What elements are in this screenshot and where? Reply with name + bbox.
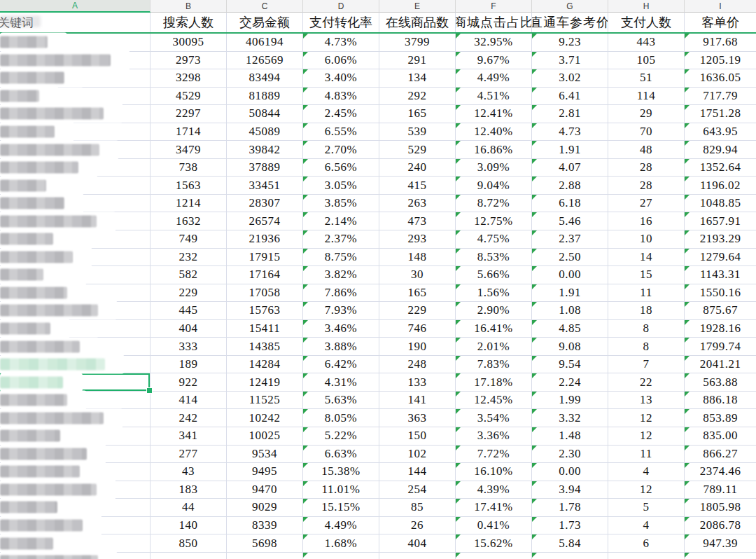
table-cell[interactable]: 277 (150, 446, 227, 464)
table-cell[interactable]: 1.91 (532, 284, 608, 303)
table-cell[interactable]: 254 (379, 481, 456, 499)
table-cell[interactable]: 1196.02 (685, 177, 756, 195)
table-cell[interactable]: 749 (150, 230, 227, 249)
table-cell[interactable]: 2.37% (303, 230, 379, 249)
table-cell[interactable]: 26574 (227, 212, 303, 230)
table-cell[interactable]: 28 (608, 159, 685, 177)
table-cell[interactable]: 48 (608, 141, 685, 159)
table-cell[interactable]: 1143.31 (685, 266, 756, 284)
table-cell[interactable]: 5 (608, 499, 685, 517)
keyword-cell[interactable] (0, 123, 150, 142)
table-cell[interactable]: 1632 (150, 212, 227, 230)
table-cell[interactable]: 4.83% (303, 88, 379, 106)
table-cell[interactable]: 1214 (150, 195, 227, 213)
table-cell[interactable]: 9029 (227, 499, 303, 517)
table-cell[interactable]: 1.73 (532, 517, 608, 535)
table-cell[interactable]: 29 (608, 105, 685, 123)
table-cell[interactable]: 1205.19 (685, 52, 756, 70)
table-cell[interactable]: 28307 (227, 195, 303, 213)
table-cell[interactable]: 582 (150, 266, 227, 284)
keyword-cell[interactable] (0, 52, 150, 70)
table-cell[interactable]: 6.42% (303, 356, 379, 374)
table-cell[interactable]: 9495 (227, 463, 303, 481)
keyword-cell[interactable] (0, 356, 150, 374)
keyword-cell[interactable] (0, 88, 150, 106)
keyword-cell[interactable] (0, 141, 150, 159)
table-cell[interactable]: 134 (379, 69, 456, 88)
table-cell[interactable]: 105 (608, 52, 685, 70)
table-cell[interactable]: 6.63% (303, 446, 379, 464)
table-cell[interactable]: 4.51% (456, 88, 532, 106)
table-cell[interactable]: 16.41% (456, 320, 532, 338)
table-cell[interactable]: 144 (379, 463, 456, 481)
table-cell[interactable]: 2.37 (532, 230, 608, 249)
table-cell[interactable]: 2086.78 (685, 517, 756, 535)
keyword-cell[interactable] (0, 409, 150, 427)
table-cell[interactable]: 404 (150, 320, 227, 338)
table-cell[interactable]: 9.67% (456, 52, 532, 70)
table-cell[interactable]: 1048.85 (685, 195, 756, 213)
table-cell[interactable]: 4529 (150, 88, 227, 106)
table-cell[interactable]: 947.39 (685, 534, 756, 553)
table-cell[interactable]: 30095 (150, 34, 227, 52)
table-cell[interactable]: 3298 (150, 69, 227, 88)
table-cell[interactable]: 2.50 (532, 249, 608, 267)
header-cell-pay-conversion[interactable]: 支付转化率 (303, 13, 379, 32)
table-cell[interactable]: 240 (379, 159, 456, 177)
keyword-cell[interactable] (0, 105, 150, 123)
table-cell[interactable]: 232 (150, 249, 227, 267)
table-cell[interactable]: 8 (608, 320, 685, 338)
table-cell[interactable]: 415 (379, 177, 456, 195)
table-cell[interactable]: 746 (379, 320, 456, 338)
table-cell[interactable]: 9.08 (532, 338, 608, 356)
table-cell[interactable]: 12 (608, 409, 685, 427)
table-cell[interactable]: 6.56% (303, 159, 379, 177)
table-cell[interactable] (532, 553, 608, 559)
keyword-cell[interactable] (0, 284, 150, 303)
table-cell[interactable]: 15.15% (303, 499, 379, 517)
table-cell[interactable]: 140 (150, 517, 227, 535)
table-cell[interactable]: 1352.64 (685, 159, 756, 177)
table-cell[interactable]: 4.73 (532, 123, 608, 142)
table-cell[interactable]: 3.71 (532, 52, 608, 70)
table-cell[interactable]: 445 (150, 302, 227, 320)
keyword-cell[interactable] (0, 266, 150, 284)
table-cell[interactable]: 148 (379, 249, 456, 267)
keyword-cell[interactable] (0, 212, 150, 230)
table-cell[interactable]: 4.75% (456, 230, 532, 249)
table-cell[interactable]: 1279.64 (685, 249, 756, 267)
keyword-cell[interactable] (0, 302, 150, 320)
table-cell[interactable]: 6 (608, 534, 685, 553)
table-cell[interactable]: 1799.74 (685, 338, 756, 356)
table-cell[interactable]: 829.94 (685, 141, 756, 159)
table-cell[interactable]: 2.14% (303, 212, 379, 230)
table-cell[interactable]: 789.11 (685, 481, 756, 499)
table-cell[interactable]: 2.90% (456, 302, 532, 320)
table-cell[interactable]: 3.40% (303, 69, 379, 88)
table-cell[interactable]: 2.01% (456, 338, 532, 356)
fill-handle[interactable] (146, 387, 153, 394)
table-cell[interactable]: 5.84 (532, 534, 608, 553)
keyword-cell[interactable] (0, 481, 150, 499)
table-cell[interactable]: 3.09% (456, 159, 532, 177)
table-cell[interactable] (608, 553, 685, 559)
table-cell[interactable]: 10025 (227, 427, 303, 446)
table-cell[interactable]: 2041.21 (685, 356, 756, 374)
table-cell[interactable]: 363 (379, 409, 456, 427)
keyword-cell[interactable] (0, 159, 150, 177)
table-cell[interactable]: 3.32 (532, 409, 608, 427)
column-header-A[interactable]: A (0, 0, 150, 13)
header-cell-pay-users[interactable]: 支付人数 (608, 13, 685, 32)
header-cell-transaction-amount[interactable]: 交易金额 (227, 13, 303, 32)
column-header-F[interactable]: F (456, 0, 532, 13)
keyword-cell[interactable] (0, 230, 150, 249)
table-cell[interactable]: 3.05% (303, 177, 379, 195)
keyword-cell[interactable] (0, 34, 150, 52)
header-cell-keywords[interactable]: 关键词 (0, 13, 150, 32)
table-cell[interactable]: 8.72% (456, 195, 532, 213)
keyword-cell[interactable] (0, 534, 150, 553)
keyword-cell[interactable] (0, 249, 150, 267)
keyword-cell[interactable] (0, 392, 150, 410)
table-cell[interactable]: 1751.28 (685, 105, 756, 123)
table-cell[interactable]: 5698 (227, 534, 303, 553)
